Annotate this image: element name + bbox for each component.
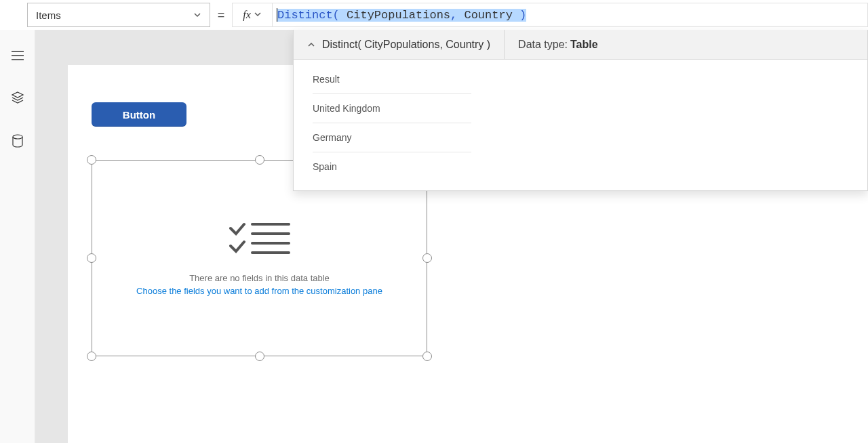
resize-handle[interactable] bbox=[87, 352, 96, 361]
resize-handle[interactable] bbox=[422, 253, 432, 263]
resize-handle[interactable] bbox=[255, 352, 264, 361]
formula-sep: , bbox=[450, 9, 464, 22]
chevron-up-icon[interactable] bbox=[307, 41, 315, 49]
fx-button[interactable]: fx bbox=[232, 3, 273, 27]
formula-close: ) bbox=[519, 9, 526, 22]
fx-label: fx bbox=[243, 9, 251, 21]
datatable-empty-icon bbox=[229, 220, 290, 263]
suggest-header: Distinct( CityPopulations, Country ) Dat… bbox=[294, 30, 867, 60]
equals-label: = bbox=[210, 8, 232, 22]
left-sidebar bbox=[0, 30, 35, 443]
property-selected-value: Items bbox=[36, 9, 61, 21]
datatable-empty-msg1: There are no fields in this data table bbox=[189, 273, 330, 283]
datatype-label: Data type: bbox=[518, 39, 568, 51]
suggest-result-row[interactable]: Spain bbox=[313, 152, 471, 181]
datatable-empty-msg2-link[interactable]: Choose the fields you want to add from t… bbox=[136, 286, 382, 296]
formula-input[interactable]: Distinct( CityPopulations, Country ) bbox=[273, 3, 868, 27]
formula-function: Distinct( bbox=[277, 9, 347, 22]
datatype-value: Table bbox=[570, 39, 598, 51]
svg-point-4 bbox=[13, 135, 22, 139]
suggest-results-list: Result United Kingdom Germany Spain bbox=[294, 60, 490, 190]
cylinder-icon[interactable] bbox=[12, 134, 24, 148]
formula-bar: Items = fx Distinct( CityPopulations, Co… bbox=[0, 0, 868, 30]
suggest-result-row[interactable]: United Kingdom bbox=[313, 94, 471, 123]
suggest-signature: Distinct( CityPopulations, Country ) bbox=[322, 39, 490, 51]
svg-marker-3 bbox=[12, 92, 23, 98]
resize-handle[interactable] bbox=[87, 253, 96, 263]
formula-suggest-panel: Distinct( CityPopulations, Country ) Dat… bbox=[293, 30, 868, 191]
suggest-result-row[interactable]: Germany bbox=[313, 123, 471, 152]
resize-handle[interactable] bbox=[255, 155, 264, 165]
formula-arg1: CityPopulations bbox=[347, 9, 450, 22]
chevron-down-icon bbox=[193, 11, 201, 19]
resize-handle[interactable] bbox=[87, 155, 96, 165]
formula-arg2: Country bbox=[464, 9, 519, 22]
resize-handle[interactable] bbox=[422, 352, 432, 361]
hamburger-icon[interactable] bbox=[11, 50, 24, 61]
button-label: Button bbox=[123, 109, 155, 121]
chevron-down-icon bbox=[254, 9, 262, 21]
layers-icon[interactable] bbox=[11, 91, 24, 104]
suggest-results-header: Result bbox=[313, 65, 471, 94]
main-area: Button bbox=[0, 30, 868, 443]
button-control[interactable]: Button bbox=[92, 102, 186, 127]
property-select[interactable]: Items bbox=[27, 3, 210, 27]
